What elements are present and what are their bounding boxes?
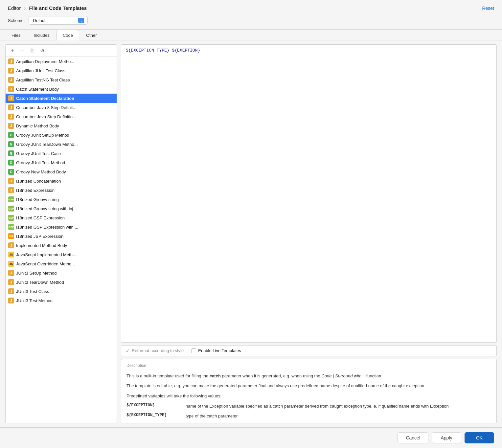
description-panel: Description This is a built-in template …: [121, 359, 497, 423]
left-panel: ＋ － ⎘ ↺ JArquillian Deployment Metho...J…: [5, 44, 117, 423]
item-icon-g: G: [8, 169, 14, 175]
scheme-value: Default: [33, 18, 46, 23]
list-item[interactable]: JCucumber Java 8 Step Definit...: [6, 103, 117, 112]
list-item[interactable]: JCucumber Java Step Definitio...: [6, 112, 117, 121]
item-icon-j: J: [8, 114, 14, 120]
code-editor[interactable]: ${EXCEPTION_TYPE} ${EXEPTION}: [121, 44, 497, 343]
item-icon-j: J: [8, 288, 14, 294]
item-label: Arquillian TestNG Test Class: [16, 78, 70, 82]
item-icon-js: JS: [8, 261, 14, 267]
list-item[interactable]: JCatch Statement Declaration: [6, 94, 117, 103]
var-exception-name: ${EXCEPTION}: [126, 403, 179, 408]
chevron-down-icon: ⌄: [78, 18, 84, 23]
var-exception-desc: name of the Exception variable specified…: [186, 403, 491, 410]
reset-list-button[interactable]: ↺: [38, 47, 46, 55]
item-icon-j: J: [8, 95, 14, 101]
scheme-dropdown[interactable]: Default ⌄: [29, 16, 88, 25]
item-label: Groovy JUnit Test Method: [16, 160, 65, 165]
var-exception-type-desc: type of the catch parameter: [186, 413, 491, 419]
list-item[interactable]: GGroovy JUnit Test Case: [6, 149, 117, 158]
list-item[interactable]: JArquillian Deployment Metho...: [6, 57, 117, 66]
item-icon-j: J: [8, 68, 14, 74]
breadcrumb-separator: ›: [24, 5, 26, 11]
item-label: I18nized JSP Expression: [16, 234, 63, 239]
list-item[interactable]: JImplemented Method Body: [6, 241, 117, 250]
apply-button[interactable]: Apply: [432, 432, 461, 443]
list-item[interactable]: JI18nized Concatenation: [6, 176, 117, 186]
reformat-option: ✓ Reformat according to style: [126, 348, 184, 353]
list-item[interactable]: JArquillian TestNG Test Class: [6, 75, 117, 84]
list-item[interactable]: JCatch Statement Body: [6, 84, 117, 94]
breadcrumb-current: File and Code Templates: [29, 5, 87, 11]
list-item[interactable]: JSPI18nized JSP Expression: [6, 232, 117, 241]
footer: Cancel Apply OK: [0, 427, 502, 448]
tab-other[interactable]: Other: [80, 30, 103, 40]
description-text-3: Predefined variables will take the follo…: [126, 393, 491, 400]
add-button[interactable]: ＋: [8, 47, 17, 55]
item-label: I18nized Expression: [16, 188, 55, 193]
main-content: ＋ － ⎘ ↺ JArquillian Deployment Metho...J…: [0, 40, 502, 427]
list-item[interactable]: GSPI18nized GSP Expression with ...: [6, 222, 117, 232]
reset-button[interactable]: Reset: [482, 6, 494, 11]
list-item[interactable]: GGroovy JUnit Test Method: [6, 158, 117, 167]
item-label: Arquillian JUnit Test Class: [16, 68, 65, 73]
item-icon-j: J: [8, 270, 14, 276]
item-label: Cucumber Java Step Definitio...: [16, 114, 76, 119]
live-templates-option[interactable]: Enable Live Templates: [192, 348, 241, 353]
list-item[interactable]: GGroovy JUnit TearDown Metho...: [6, 140, 117, 149]
list-item[interactable]: GGroovy JUnit SetUp Method: [6, 130, 117, 140]
tab-includes[interactable]: Includes: [27, 30, 56, 40]
item-icon-gsp: GSP: [8, 224, 14, 230]
item-label: Groovy New Method Body: [16, 169, 66, 174]
list-item[interactable]: JJUnit3 TearDown Method: [6, 278, 117, 287]
item-icon-g: G: [8, 150, 14, 156]
list-toolbar: ＋ － ⎘ ↺: [6, 45, 117, 57]
item-icon-g: G: [8, 141, 14, 147]
item-label: Implemented Method Body: [16, 243, 67, 248]
list-item[interactable]: JJUnit3 Test Class: [6, 287, 117, 296]
var-row-exception: ${EXCEPTION} name of the Exception varia…: [126, 403, 491, 410]
item-icon-j: J: [8, 242, 14, 248]
item-icon-gsp: GSP: [8, 215, 14, 221]
list-item[interactable]: JSJavaScript Overridden Metho...: [6, 259, 117, 268]
item-icon-gsp: GSP: [8, 196, 14, 202]
list-item[interactable]: JJUnit3 Test Method: [6, 296, 117, 305]
item-icon-jsp: JSP: [8, 233, 14, 239]
list-item[interactable]: JJUnit3 SetUp Method: [6, 268, 117, 278]
item-label: Groovy JUnit TearDown Metho...: [16, 142, 78, 147]
item-label: JUnit3 TearDown Method: [16, 280, 64, 285]
list-item[interactable]: GSPI18nized Groovy string: [6, 195, 117, 204]
item-icon-j: J: [8, 86, 14, 92]
list-item[interactable]: GSPI18nized Groovy string with inj...: [6, 204, 117, 213]
tabs-bar: Files Includes Code Other: [0, 30, 502, 40]
item-label: JavaScript Implemented Meth...: [16, 252, 76, 257]
item-label: I18nized GSP Expression with ...: [16, 225, 78, 230]
list-item[interactable]: GSPI18nized GSP Expression: [6, 213, 117, 222]
list-item[interactable]: GGroovy New Method Body: [6, 167, 117, 176]
remove-button[interactable]: －: [18, 47, 27, 55]
item-label: Arquillian Deployment Metho...: [16, 59, 74, 64]
item-icon-js: JS: [8, 252, 14, 258]
var-row-exception-type: ${EXCEPTION_TYPE} type of the catch para…: [126, 413, 491, 419]
item-icon-g: G: [8, 160, 14, 166]
tab-code[interactable]: Code: [57, 30, 79, 40]
item-label: JUnit3 Test Method: [16, 298, 53, 303]
list-item[interactable]: JSJavaScript Implemented Meth...: [6, 250, 117, 259]
description-text-2: The template is editable, e.g. you can m…: [126, 383, 491, 390]
reformat-label: Reformat according to style: [132, 348, 184, 353]
right-panel: ${EXCEPTION_TYPE} ${EXEPTION} ✓ Reformat…: [121, 44, 497, 423]
item-icon-j: J: [8, 104, 14, 110]
live-templates-checkbox[interactable]: [192, 348, 196, 353]
breadcrumb-start: Editor: [8, 5, 21, 11]
item-label: I18nized Groovy string with inj...: [16, 206, 77, 211]
cancel-button[interactable]: Cancel: [398, 432, 428, 443]
copy-button[interactable]: ⎘: [28, 47, 36, 55]
ok-button[interactable]: OK: [465, 432, 494, 443]
list-item[interactable]: JDynamic Method Body: [6, 121, 117, 130]
item-label: Catch Statement Body: [16, 87, 59, 92]
list-item[interactable]: JArquillian JUnit Test Class: [6, 66, 117, 75]
tab-files[interactable]: Files: [5, 30, 27, 40]
list-item[interactable]: JI18nized Expression: [6, 186, 117, 195]
item-icon-j: J: [8, 279, 14, 285]
description-text-1: This is a built-in template used for fil…: [126, 373, 491, 380]
